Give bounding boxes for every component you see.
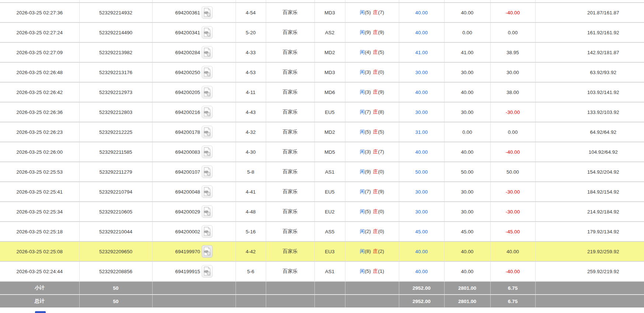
cell-table-number: 4-33 bbox=[236, 42, 266, 62]
cell-valid-amount: 41.00 bbox=[444, 42, 490, 62]
cell-balance: 133.92/103.92 bbox=[535, 102, 644, 122]
video-replay-button[interactable] bbox=[202, 245, 213, 258]
table-row[interactable]: 2026-03-25 02:25:08 523292209650 6941999… bbox=[0, 241, 644, 261]
player-points: (7) bbox=[365, 189, 371, 194]
cell-room-code: AS5 bbox=[314, 222, 345, 241]
video-replay-icon bbox=[203, 267, 211, 276]
summary-empty bbox=[152, 281, 236, 295]
cell-bet-time: 2026-03-25 02:27:09 bbox=[0, 42, 79, 62]
cell-bet-time: 2026-03-25 02:26:48 bbox=[0, 62, 79, 82]
cell-table-number: 4-11 bbox=[236, 82, 266, 102]
summary-empty bbox=[152, 295, 236, 307]
video-replay-icon bbox=[203, 147, 211, 157]
cell-balance: 104.92/64.92 bbox=[535, 142, 644, 162]
cell-bet-amount: 40.00 bbox=[399, 22, 444, 42]
summary-empty bbox=[266, 281, 314, 295]
player-label: 闲 bbox=[360, 89, 365, 95]
cell-bet-amount: 40.00 bbox=[399, 241, 444, 261]
summary-empty bbox=[314, 281, 345, 295]
cell-room-code: AS1 bbox=[314, 162, 345, 182]
table-row[interactable]: 2026-03-25 02:25:34 523292210605 6942000… bbox=[0, 202, 644, 222]
table-row[interactable]: 2026-03-25 02:27:24 523292214490 6942003… bbox=[0, 22, 644, 42]
cell-game-name: 百家乐 bbox=[266, 22, 314, 42]
banker-label: 庄 bbox=[373, 209, 378, 214]
pagination-active-page-stub[interactable] bbox=[35, 311, 46, 313]
cell-bet-id: 523292214932 bbox=[79, 3, 152, 22]
cell-bet-id: 523292213176 bbox=[79, 62, 152, 82]
video-replay-button[interactable] bbox=[202, 185, 213, 198]
cell-table-number: 5-20 bbox=[236, 22, 266, 42]
video-replay-button[interactable] bbox=[202, 66, 213, 79]
cell-win-loss: 0.00 bbox=[490, 122, 535, 142]
banker-label: 庄 bbox=[373, 69, 378, 75]
table-row[interactable]: 2026-03-25 02:27:09 523292213982 6942002… bbox=[0, 42, 644, 62]
banker-label: 庄 bbox=[373, 109, 378, 115]
cell-round-id: 694200029 bbox=[152, 202, 236, 222]
cell-bet-id: 523292214490 bbox=[79, 22, 152, 42]
cell-game-name: 百家乐 bbox=[266, 62, 314, 82]
video-replay-button[interactable] bbox=[202, 225, 213, 238]
table-row[interactable]: 2026-03-25 02:26:48 523292213176 6942002… bbox=[0, 62, 644, 82]
table-row[interactable]: 2026-03-25 02:24:44 523292208856 6941999… bbox=[0, 261, 644, 281]
table-row[interactable]: 2026-03-25 02:26:36 523292212803 6942002… bbox=[0, 102, 644, 122]
cell-game-name: 百家乐 bbox=[266, 142, 314, 162]
cell-win-loss: 40.00 bbox=[490, 241, 535, 261]
cell-balance: 184.92/154.92 bbox=[535, 182, 644, 202]
video-replay-button[interactable] bbox=[202, 146, 213, 158]
cell-balance: 219.92/259.92 bbox=[535, 241, 644, 261]
table-row[interactable]: 2026-03-25 02:26:42 523292212973 6942002… bbox=[0, 82, 644, 102]
cell-bet-amount: 30.00 bbox=[399, 202, 444, 222]
cell-balance: 63.92/93.92 bbox=[535, 62, 644, 82]
table-row[interactable]: 2026-03-25 02:26:00 523292211585 6942000… bbox=[0, 142, 644, 162]
table-row[interactable]: 2026-03-25 02:26:23 523292212225 6942001… bbox=[0, 122, 644, 142]
video-replay-button[interactable] bbox=[202, 126, 213, 138]
summary-empty bbox=[236, 281, 266, 295]
cell-table-number: 5-6 bbox=[236, 261, 266, 281]
cell-room-code: EU5 bbox=[314, 182, 345, 202]
cell-valid-amount: 50.00 bbox=[444, 162, 490, 182]
table-row[interactable]: 2026-03-25 02:25:53 523292211279 6942001… bbox=[0, 162, 644, 182]
cell-game-result: 闲(7)庄(8) bbox=[345, 102, 399, 122]
cell-round-id: 694200216 bbox=[152, 102, 236, 122]
cell-win-loss: -40.00 bbox=[490, 3, 535, 22]
cell-game-name: 百家乐 bbox=[266, 202, 314, 222]
video-replay-button[interactable] bbox=[202, 46, 213, 59]
video-replay-button[interactable] bbox=[202, 205, 213, 218]
table-row[interactable]: 2026-03-25 02:27:36 523292214932 6942003… bbox=[0, 3, 644, 22]
clipped-cell bbox=[444, 0, 490, 3]
bet-records-table: 2026-03-25 02:27:36 523292214932 6942003… bbox=[0, 0, 644, 307]
video-replay-button[interactable] bbox=[202, 6, 213, 19]
summary-count: 50 bbox=[79, 281, 152, 295]
cell-valid-amount: 40.00 bbox=[444, 241, 490, 261]
video-replay-button[interactable] bbox=[202, 106, 213, 118]
cell-win-loss: 50.00 bbox=[490, 162, 535, 182]
table-row[interactable]: 2026-03-25 02:25:41 523292210794 6942000… bbox=[0, 182, 644, 202]
video-replay-button[interactable] bbox=[202, 166, 213, 178]
cell-bet-id: 523292209650 bbox=[79, 241, 152, 261]
cell-room-code: AS2 bbox=[314, 22, 345, 42]
summary-empty bbox=[535, 281, 644, 295]
cell-win-loss: -40.00 bbox=[490, 142, 535, 162]
video-replay-button[interactable] bbox=[202, 265, 213, 278]
video-replay-button[interactable] bbox=[202, 26, 213, 39]
clipped-cell bbox=[535, 0, 644, 3]
cell-room-code: MD3 bbox=[314, 3, 345, 22]
cell-bet-amount: 40.00 bbox=[399, 82, 444, 102]
cell-bet-time: 2026-03-25 02:27:36 bbox=[0, 3, 79, 22]
cell-win-loss: -45.00 bbox=[490, 222, 535, 241]
banker-points: (1) bbox=[378, 268, 384, 274]
player-label: 闲 bbox=[360, 169, 365, 174]
cell-game-name: 百家乐 bbox=[266, 162, 314, 182]
summary-bet-total: 2952.00 bbox=[399, 295, 444, 307]
cell-round-id: 694199970 bbox=[152, 241, 236, 261]
cell-bet-id: 523292212225 bbox=[79, 122, 152, 142]
cell-bet-id: 523292212973 bbox=[79, 82, 152, 102]
cell-bet-time: 2026-03-25 02:25:08 bbox=[0, 241, 79, 261]
banker-points: (5) bbox=[378, 129, 384, 135]
video-replay-button[interactable] bbox=[202, 86, 213, 98]
table-row[interactable]: 2026-03-25 02:25:18 523292210044 6942000… bbox=[0, 222, 644, 241]
cell-balance: 161.92/161.92 bbox=[535, 22, 644, 42]
cell-valid-amount: 30.00 bbox=[444, 62, 490, 82]
cell-balance: 179.92/134.92 bbox=[535, 222, 644, 241]
player-label: 闲 bbox=[360, 229, 365, 234]
